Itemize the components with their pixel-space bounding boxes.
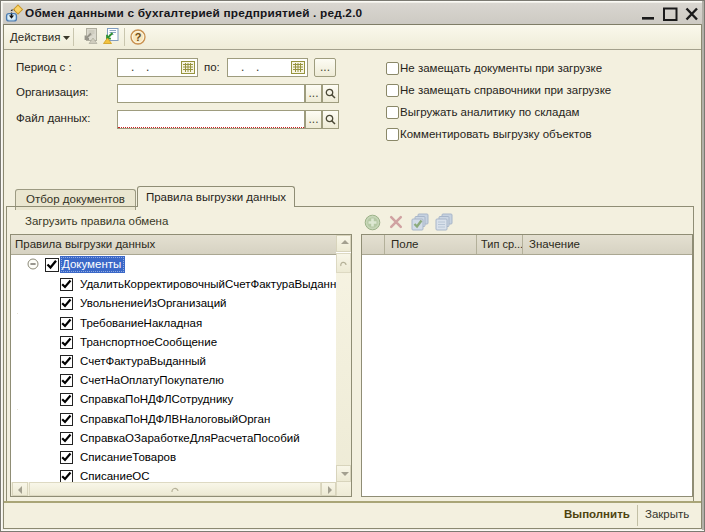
- svg-text:?: ?: [135, 31, 142, 43]
